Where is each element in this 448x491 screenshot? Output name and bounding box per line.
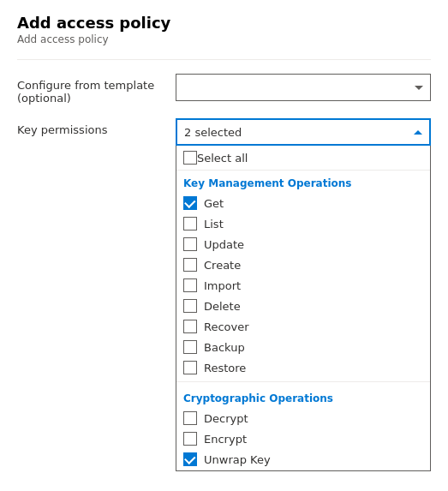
checkbox-import-input[interactable]: [183, 278, 197, 292]
configure-template-control: [176, 74, 431, 101]
checkbox-recover-input[interactable]: [183, 320, 197, 333]
checkbox-import: Import: [176, 275, 430, 296]
checkbox-list-input[interactable]: [183, 217, 197, 231]
checkbox-delete: Delete: [176, 296, 430, 316]
configure-template-select[interactable]: [176, 74, 431, 101]
configure-template-chevron-down-icon: [415, 86, 423, 90]
checkbox-get-input[interactable]: [183, 196, 197, 210]
configure-template-label: Configure from template (optional): [17, 74, 176, 105]
checkbox-wrap-key: Wrap Key: [176, 470, 430, 471]
checkbox-update-label[interactable]: Update: [204, 238, 244, 251]
checkbox-encrypt-label[interactable]: Encrypt: [204, 433, 247, 446]
checkbox-unwrap-key-label[interactable]: Unwrap Key: [204, 453, 271, 466]
key-permissions-control: 2 selected Select all Key Management Ope…: [176, 118, 431, 471]
cryptographic-section-header: Cryptographic Operations: [176, 386, 430, 408]
divider: [17, 59, 431, 60]
secret-permissions-label: Secret permissions: [17, 485, 176, 491]
checkbox-restore: Restore: [176, 357, 430, 378]
checkbox-encrypt-input[interactable]: [183, 432, 197, 446]
select-all-label[interactable]: Select all: [197, 152, 248, 165]
configure-template-row: Configure from template (optional): [17, 74, 431, 105]
key-permissions-value: 2 selected: [184, 126, 242, 139]
page-title: Add access policy: [17, 14, 431, 32]
section-divider: [176, 381, 430, 382]
checkbox-list-label[interactable]: List: [204, 218, 224, 231]
checkbox-encrypt: Encrypt: [176, 428, 430, 449]
checkbox-import-label[interactable]: Import: [204, 279, 241, 292]
checkbox-decrypt-input[interactable]: [183, 411, 197, 425]
key-permissions-label: Key permissions: [17, 118, 176, 136]
checkbox-delete-label[interactable]: Delete: [204, 300, 241, 313]
checkbox-restore-input[interactable]: [183, 361, 197, 374]
secret-permissions-row: Secret permissions: [17, 485, 431, 491]
checkbox-create-input[interactable]: [183, 258, 197, 272]
checkbox-get: Get: [176, 193, 430, 213]
select-all-checkbox[interactable]: [183, 151, 197, 165]
checkbox-backup: Backup: [176, 337, 430, 357]
select-all-row[interactable]: Select all: [176, 146, 430, 171]
checkbox-list: List: [176, 213, 430, 234]
checkbox-backup-input[interactable]: [183, 340, 197, 354]
key-permissions-chevron-up-icon: [414, 130, 422, 135]
checkbox-get-label[interactable]: Get: [204, 197, 224, 210]
checkbox-delete-input[interactable]: [183, 299, 197, 313]
checkbox-recover-label[interactable]: Recover: [204, 320, 249, 333]
checkbox-decrypt-label[interactable]: Decrypt: [204, 412, 248, 425]
checkbox-create: Create: [176, 254, 430, 275]
breadcrumb: Add access policy: [17, 33, 431, 45]
checkbox-decrypt: Decrypt: [176, 408, 430, 428]
key-management-section-header: Key Management Operations: [176, 171, 430, 193]
key-permissions-row: Key permissions 2 selected Select all Ke…: [17, 118, 431, 471]
checkbox-restore-label[interactable]: Restore: [204, 362, 246, 374]
key-permissions-dropdown: Select all Key Management Operations Get…: [176, 146, 431, 471]
checkbox-update: Update: [176, 234, 430, 254]
checkbox-backup-label[interactable]: Backup: [204, 341, 245, 354]
checkbox-unwrap-key: Unwrap Key: [176, 449, 430, 470]
checkbox-recover: Recover: [176, 316, 430, 337]
key-permissions-select[interactable]: 2 selected: [176, 118, 431, 146]
checkbox-update-input[interactable]: [183, 237, 197, 251]
checkbox-create-label[interactable]: Create: [204, 259, 241, 272]
checkbox-unwrap-key-input[interactable]: [183, 452, 197, 466]
page-container: Add access policy Add access policy Conf…: [0, 0, 448, 491]
